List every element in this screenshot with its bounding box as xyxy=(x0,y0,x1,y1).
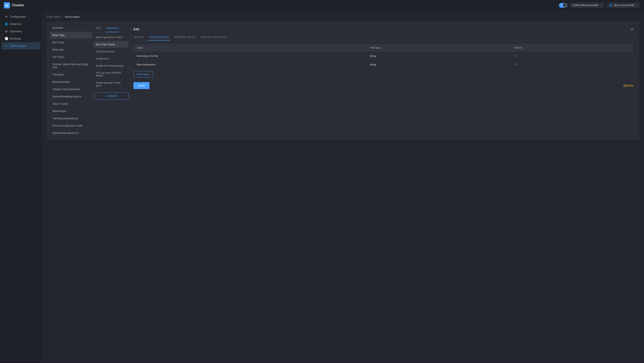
breadcrumb: Super admin / Service types xyxy=(47,15,640,18)
delete-button[interactable]: DELETE xyxy=(624,84,633,87)
field-type-0: String xyxy=(367,52,511,60)
field-actions-0: ✕ xyxy=(511,52,633,60)
service-type-item-transfers[interactable]: Transfers xyxy=(50,71,92,78)
user-dropdown[interactable]: 👤 HELLO ALASTAIR ▼ xyxy=(606,3,640,8)
service-type-item-activities[interactable]: Activities xyxy=(50,24,92,31)
topbar: Charter 🌙 CORFUTRAVELGUIDE ▼ 👤 HELLO ALA… xyxy=(0,0,644,11)
tab-variants[interactable]: VARIANTS xyxy=(106,24,119,32)
add-field-button[interactable]: ADD FIELD xyxy=(134,71,153,78)
three-col-layout: ActivitiesBoat TripsBus ToursBoat HireVI… xyxy=(50,24,636,137)
sidebar-item-bookings[interactable]: 📈 Bookings xyxy=(2,35,40,42)
variant-item-family-boat-tiered[interactable]: Family boat trip Tiered price xyxy=(94,80,128,89)
sidebar: ⚙ Configuration 🌐 Instances ⊞ Operators … xyxy=(0,11,42,363)
service-type-item-classic-car[interactable]: Classic Car Experience xyxy=(50,86,92,93)
theme-toggle[interactable]: 🌙 xyxy=(559,3,567,8)
user-name: HELLO ALASTAIR xyxy=(614,4,634,7)
grid-icon[interactable]: ⊞ xyxy=(631,28,633,31)
delete-field-icon-1[interactable]: ✕ xyxy=(514,63,518,66)
sidebar-label-bookings: Bookings xyxy=(10,37,21,40)
breadcrumb-current: Service types xyxy=(64,15,80,18)
col-field-type: Field type xyxy=(367,44,511,52)
tenant-dropdown[interactable]: CORFUTRAVELGUIDE ▼ xyxy=(570,3,604,8)
sidebar-item-operators[interactable]: ⊞ Operators xyxy=(2,28,40,35)
variant-list: Boat Trips ADULT ONLYBoat Trips FamilyTa… xyxy=(92,33,130,91)
field-actions-1: ✕ xyxy=(511,60,633,69)
variants-tabs: EDIT VARIANTS xyxy=(92,24,130,33)
edit-panel: Edit ⊞ BASICS SERVICE FIELDS BOOKING FIE… xyxy=(130,24,636,137)
tab-basics[interactable]: BASICS xyxy=(134,34,144,41)
fields-table: Label Field type Actions How long is the… xyxy=(134,44,633,69)
service-type-item-vip-tours[interactable]: VIP Tours xyxy=(50,54,92,61)
user-chevron: ▼ xyxy=(636,4,638,6)
tenant-name: CORFUTRAVELGUIDE xyxy=(572,4,598,7)
sidebar-label-service-types: Service types xyxy=(10,44,26,47)
sidebar-icon-service-types: ≡ xyxy=(4,44,8,48)
sidebar-item-service-types[interactable]: ≡ Service types xyxy=(2,42,40,50)
add-variant-button[interactable]: + VARIANT xyxy=(94,93,128,100)
sidebar-label-operators: Operators xyxy=(10,30,22,33)
toggle-thumb: 🌙 xyxy=(563,4,567,7)
field-type-1: String xyxy=(367,60,511,69)
table-row: More Information String ✕ xyxy=(134,60,633,69)
variant-item-adult-only[interactable]: Boat Trips ADULT ONLY xyxy=(94,34,128,41)
tenant-chevron: ▼ xyxy=(600,4,602,6)
user-icon: 👤 xyxy=(609,4,612,7)
service-type-item-bus-tours[interactable]: Bus Tours xyxy=(50,39,92,46)
variant-item-simple-form-fixed[interactable]: Simple form fixed pricing xyxy=(94,62,128,69)
main-layout: ⚙ Configuration 🌐 Instances ⊞ Operators … xyxy=(0,11,644,363)
table-row: How long is the trip String ✕ xyxy=(134,52,633,60)
service-type-item-boat-trips[interactable]: Boat Trips xyxy=(50,32,92,39)
sidebar-icon-configuration: ⚙ xyxy=(4,15,8,19)
variants-panel: EDIT VARIANTS Boat Trips ADULT ONLYBoat … xyxy=(92,24,130,137)
service-type-list-panel: ActivitiesBoat TripsBus ToursBoat HireVI… xyxy=(50,24,92,137)
service-type-item-ferries[interactable]: Ferries to and from Corfu xyxy=(50,122,92,129)
delete-field-icon-0[interactable]: ✕ xyxy=(514,54,518,58)
service-type-item-demonstration[interactable]: Demonstration xyxy=(50,79,92,85)
service-type-item-speed-boat[interactable]: Speed boat service to xyxy=(50,130,92,136)
variant-item-taxi-boat[interactable]: Taxi Boat Service xyxy=(94,48,128,55)
service-type-item-workshops[interactable]: Workshops xyxy=(50,108,92,115)
topbar-right: 🌙 CORFUTRAVELGUIDE ▼ 👤 HELLO ALASTAIR ▼ xyxy=(559,3,640,8)
breadcrumb-separator: / xyxy=(62,15,63,18)
tab-content-sections[interactable]: CONTENT SECTIONS xyxy=(200,34,227,41)
main-panel: ActivitiesBoat TripsBus ToursBoat HireVI… xyxy=(47,21,640,140)
variant-item-vip-car-tours[interactable]: VIP Car Tours TIERED PRICE xyxy=(94,70,128,79)
sidebar-label-configuration: Configuration xyxy=(10,15,26,18)
edit-actions: SAVE DELETE xyxy=(134,82,633,89)
service-type-item-yachting[interactable]: Yachting Experiences xyxy=(50,115,92,122)
variant-item-family[interactable]: Boat Trips Family xyxy=(94,41,128,48)
service-type-item-boat-hire[interactable]: Boat Hire xyxy=(50,46,92,53)
sidebar-icon-bookings: 📈 xyxy=(4,37,8,40)
service-type-item-scooter[interactable]: Scooter, Motor Bike and Quad Hire xyxy=(50,61,92,71)
field-label-0: How long is the trip xyxy=(134,52,367,60)
breadcrumb-parent[interactable]: Super admin xyxy=(47,15,61,18)
tab-edit[interactable]: EDIT xyxy=(95,24,102,32)
col-label: Label xyxy=(134,44,367,52)
sidebar-label-instances: Instances xyxy=(10,23,22,26)
logo-area: Charter xyxy=(4,2,46,9)
variant-item-simple-form[interactable]: Simple form xyxy=(94,55,128,62)
sidebar-icon-operators: ⊞ xyxy=(4,30,8,33)
field-label-1: More Information xyxy=(134,60,367,69)
app-title: Charter xyxy=(12,3,24,7)
service-type-item-stay-corfu[interactable]: Stay in Corfu xyxy=(50,100,92,107)
sidebar-item-configuration[interactable]: ⚙ Configuration xyxy=(2,13,40,20)
tab-booking-fields[interactable]: BOOKING FIELDS xyxy=(174,34,196,41)
col-actions: Actions xyxy=(511,44,633,52)
sidebar-icon-instances: 🌐 xyxy=(4,22,8,26)
save-button[interactable]: SAVE xyxy=(134,82,150,89)
sidebar-item-instances[interactable]: 🌐 Instances xyxy=(2,20,40,28)
edit-header: Edit ⊞ xyxy=(134,28,633,31)
tab-service-fields[interactable]: SERVICE FIELDS xyxy=(148,34,170,41)
service-type-item-sunbed[interactable]: Sunbed booking service xyxy=(50,93,92,100)
edit-tabs: BASICS SERVICE FIELDS BOOKING FIELDS CON… xyxy=(134,34,633,41)
logo-icon xyxy=(4,2,10,9)
content: Super admin / Service types ActivitiesBo… xyxy=(42,11,644,363)
edit-title: Edit xyxy=(134,28,139,31)
